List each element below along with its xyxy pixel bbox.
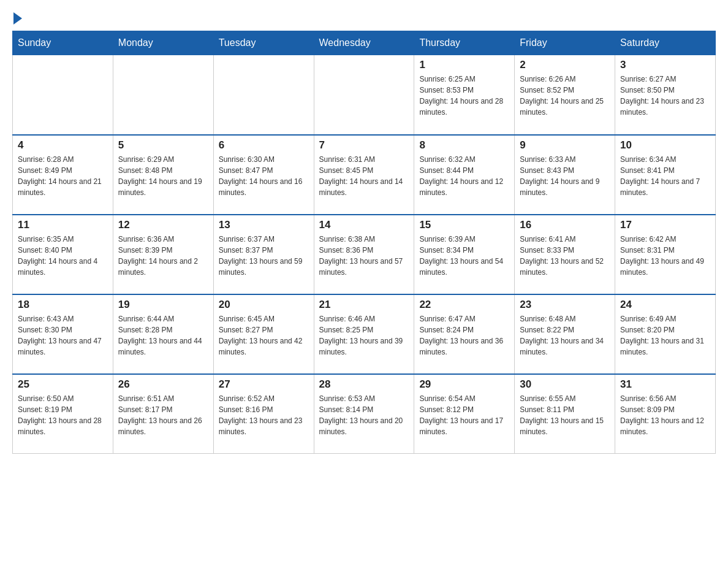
day-info: Sunrise: 6:50 AM Sunset: 8:19 PM Dayligh… <box>18 393 108 437</box>
day-info: Sunrise: 6:48 AM Sunset: 8:22 PM Dayligh… <box>520 313 610 358</box>
weekday-header-thursday: Thursday <box>414 31 515 55</box>
day-number: 23 <box>520 299 610 311</box>
day-info: Sunrise: 6:52 AM Sunset: 8:16 PM Dayligh… <box>219 393 309 437</box>
day-number: 20 <box>219 299 309 311</box>
calendar-day-cell <box>13 55 113 135</box>
weekday-header-sunday: Sunday <box>13 31 113 55</box>
day-number: 29 <box>419 378 509 391</box>
day-info: Sunrise: 6:42 AM Sunset: 8:31 PM Dayligh… <box>620 234 710 278</box>
day-info: Sunrise: 6:37 AM Sunset: 8:37 PM Dayligh… <box>219 234 309 278</box>
calendar-day-cell: 21Sunrise: 6:46 AM Sunset: 8:25 PM Dayli… <box>314 294 414 374</box>
day-info: Sunrise: 6:35 AM Sunset: 8:40 PM Dayligh… <box>18 234 108 278</box>
calendar-day-cell: 14Sunrise: 6:38 AM Sunset: 8:36 PM Dayli… <box>314 215 414 294</box>
day-info: Sunrise: 6:55 AM Sunset: 8:11 PM Dayligh… <box>520 393 610 437</box>
calendar-day-cell: 6Sunrise: 6:30 AM Sunset: 8:47 PM Daylig… <box>213 135 314 215</box>
day-number: 21 <box>319 299 409 311</box>
weekday-header-friday: Friday <box>515 31 615 55</box>
day-number: 17 <box>620 219 710 231</box>
calendar-day-cell: 31Sunrise: 6:56 AM Sunset: 8:09 PM Dayli… <box>615 374 716 454</box>
day-number: 28 <box>319 378 409 391</box>
calendar-day-cell: 17Sunrise: 6:42 AM Sunset: 8:31 PM Dayli… <box>615 215 716 294</box>
calendar-day-cell: 8Sunrise: 6:32 AM Sunset: 8:44 PM Daylig… <box>414 135 515 215</box>
calendar-day-cell: 1Sunrise: 6:25 AM Sunset: 8:53 PM Daylig… <box>414 55 515 135</box>
calendar-day-cell: 10Sunrise: 6:34 AM Sunset: 8:41 PM Dayli… <box>615 135 716 215</box>
calendar-week-row: 1Sunrise: 6:25 AM Sunset: 8:53 PM Daylig… <box>13 55 716 135</box>
calendar-day-cell: 25Sunrise: 6:50 AM Sunset: 8:19 PM Dayli… <box>13 374 113 454</box>
day-info: Sunrise: 6:31 AM Sunset: 8:45 PM Dayligh… <box>319 154 409 198</box>
day-info: Sunrise: 6:38 AM Sunset: 8:36 PM Dayligh… <box>319 234 409 278</box>
day-info: Sunrise: 6:51 AM Sunset: 8:17 PM Dayligh… <box>118 393 208 437</box>
calendar-day-cell <box>113 55 213 135</box>
day-number: 11 <box>18 219 108 231</box>
day-number: 30 <box>520 378 610 391</box>
day-number: 14 <box>319 219 409 231</box>
calendar-day-cell: 28Sunrise: 6:53 AM Sunset: 8:14 PM Dayli… <box>314 374 414 454</box>
day-number: 26 <box>118 378 208 391</box>
calendar-day-cell: 30Sunrise: 6:55 AM Sunset: 8:11 PM Dayli… <box>515 374 615 454</box>
calendar-day-cell: 13Sunrise: 6:37 AM Sunset: 8:37 PM Dayli… <box>213 215 314 294</box>
day-number: 25 <box>18 378 108 391</box>
day-info: Sunrise: 6:25 AM Sunset: 8:53 PM Dayligh… <box>419 74 509 118</box>
day-info: Sunrise: 6:26 AM Sunset: 8:52 PM Dayligh… <box>520 74 610 118</box>
calendar-day-cell: 15Sunrise: 6:39 AM Sunset: 8:34 PM Dayli… <box>414 215 515 294</box>
calendar-day-cell: 7Sunrise: 6:31 AM Sunset: 8:45 PM Daylig… <box>314 135 414 215</box>
day-info: Sunrise: 6:45 AM Sunset: 8:27 PM Dayligh… <box>219 313 309 358</box>
day-info: Sunrise: 6:30 AM Sunset: 8:47 PM Dayligh… <box>219 154 309 198</box>
day-number: 8 <box>419 139 509 151</box>
day-info: Sunrise: 6:49 AM Sunset: 8:20 PM Dayligh… <box>620 313 710 358</box>
calendar-day-cell <box>213 55 314 135</box>
calendar-day-cell: 18Sunrise: 6:43 AM Sunset: 8:30 PM Dayli… <box>13 294 113 374</box>
day-number: 10 <box>620 139 710 151</box>
day-number: 13 <box>219 219 309 231</box>
page-header <box>12 12 716 25</box>
calendar-week-row: 11Sunrise: 6:35 AM Sunset: 8:40 PM Dayli… <box>13 215 716 294</box>
day-info: Sunrise: 6:27 AM Sunset: 8:50 PM Dayligh… <box>620 74 710 118</box>
day-info: Sunrise: 6:33 AM Sunset: 8:43 PM Dayligh… <box>520 154 610 198</box>
day-number: 24 <box>620 299 710 311</box>
day-number: 1 <box>419 59 509 71</box>
day-info: Sunrise: 6:36 AM Sunset: 8:39 PM Dayligh… <box>118 234 208 278</box>
day-number: 2 <box>520 59 610 71</box>
calendar-day-cell: 5Sunrise: 6:29 AM Sunset: 8:48 PM Daylig… <box>113 135 213 215</box>
day-number: 15 <box>419 219 509 231</box>
calendar-week-row: 18Sunrise: 6:43 AM Sunset: 8:30 PM Dayli… <box>13 294 716 374</box>
calendar-day-cell: 19Sunrise: 6:44 AM Sunset: 8:28 PM Dayli… <box>113 294 213 374</box>
calendar-day-cell: 22Sunrise: 6:47 AM Sunset: 8:24 PM Dayli… <box>414 294 515 374</box>
calendar-day-cell: 3Sunrise: 6:27 AM Sunset: 8:50 PM Daylig… <box>615 55 716 135</box>
day-number: 3 <box>620 59 710 71</box>
calendar-day-cell: 12Sunrise: 6:36 AM Sunset: 8:39 PM Dayli… <box>113 215 213 294</box>
day-number: 27 <box>219 378 309 391</box>
calendar-day-cell: 20Sunrise: 6:45 AM Sunset: 8:27 PM Dayli… <box>213 294 314 374</box>
day-number: 18 <box>18 299 108 311</box>
day-number: 12 <box>118 219 208 231</box>
day-info: Sunrise: 6:29 AM Sunset: 8:48 PM Dayligh… <box>118 154 208 198</box>
day-info: Sunrise: 6:34 AM Sunset: 8:41 PM Dayligh… <box>620 154 710 198</box>
weekday-header-monday: Monday <box>113 31 213 55</box>
day-info: Sunrise: 6:39 AM Sunset: 8:34 PM Dayligh… <box>419 234 509 278</box>
calendar-day-cell <box>314 55 414 135</box>
day-number: 22 <box>419 299 509 311</box>
weekday-header-row: SundayMondayTuesdayWednesdayThursdayFrid… <box>13 31 716 55</box>
weekday-header-wednesday: Wednesday <box>314 31 414 55</box>
weekday-header-saturday: Saturday <box>615 31 716 55</box>
day-info: Sunrise: 6:46 AM Sunset: 8:25 PM Dayligh… <box>319 313 409 358</box>
day-number: 6 <box>219 139 309 151</box>
logo-triangle-icon <box>13 12 22 25</box>
calendar-week-row: 25Sunrise: 6:50 AM Sunset: 8:19 PM Dayli… <box>13 374 716 454</box>
day-number: 31 <box>620 378 710 391</box>
calendar-day-cell: 9Sunrise: 6:33 AM Sunset: 8:43 PM Daylig… <box>515 135 615 215</box>
day-info: Sunrise: 6:28 AM Sunset: 8:49 PM Dayligh… <box>18 154 108 198</box>
day-info: Sunrise: 6:53 AM Sunset: 8:14 PM Dayligh… <box>319 393 409 437</box>
day-info: Sunrise: 6:44 AM Sunset: 8:28 PM Dayligh… <box>118 313 208 358</box>
day-number: 5 <box>118 139 208 151</box>
day-info: Sunrise: 6:54 AM Sunset: 8:12 PM Dayligh… <box>419 393 509 437</box>
day-number: 19 <box>118 299 208 311</box>
day-info: Sunrise: 6:56 AM Sunset: 8:09 PM Dayligh… <box>620 393 710 437</box>
calendar-day-cell: 24Sunrise: 6:49 AM Sunset: 8:20 PM Dayli… <box>615 294 716 374</box>
calendar-day-cell: 23Sunrise: 6:48 AM Sunset: 8:22 PM Dayli… <box>515 294 615 374</box>
day-info: Sunrise: 6:47 AM Sunset: 8:24 PM Dayligh… <box>419 313 509 358</box>
calendar-day-cell: 27Sunrise: 6:52 AM Sunset: 8:16 PM Dayli… <box>213 374 314 454</box>
calendar-day-cell: 26Sunrise: 6:51 AM Sunset: 8:17 PM Dayli… <box>113 374 213 454</box>
day-info: Sunrise: 6:43 AM Sunset: 8:30 PM Dayligh… <box>18 313 108 358</box>
weekday-header-tuesday: Tuesday <box>213 31 314 55</box>
